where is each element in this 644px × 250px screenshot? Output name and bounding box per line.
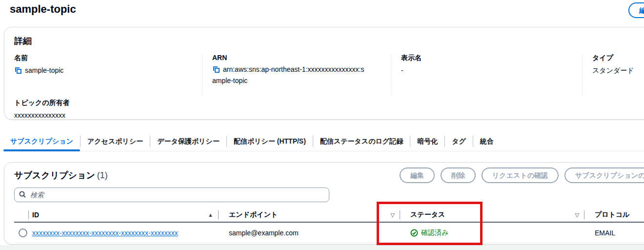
- cell-protocol: EMAIL: [584, 229, 644, 237]
- delete-subscription-button[interactable]: 削除: [441, 167, 476, 183]
- confirmed-check-icon: [410, 229, 418, 237]
- field-name: 名前 sample-topic: [14, 54, 202, 96]
- column-header-id[interactable]: ID ▲: [28, 208, 218, 222]
- tab-tags[interactable]: タグ: [445, 132, 473, 151]
- confirm-subscription-button[interactable]: サブスクリプションの確認: [564, 167, 644, 183]
- topic-tabs: サブスクリプション アクセスポリシー データ保護ポリシー 配信ポリシー (HTT…: [3, 132, 644, 151]
- column-header-status[interactable]: ステータス ▽: [400, 208, 584, 222]
- sort-ascending-icon[interactable]: ▲: [208, 212, 213, 218]
- field-display-name: 表示名 -: [391, 54, 582, 96]
- field-name-value: sample-topic: [25, 66, 63, 74]
- cell-status: 確認済み: [400, 229, 584, 237]
- details-heading: 詳細: [14, 35, 644, 47]
- column-label: ID: [32, 211, 39, 219]
- field-type-label: タイプ: [592, 54, 644, 62]
- tab-delivery-status-logging[interactable]: 配信ステータスのログ記録: [313, 132, 410, 151]
- subscription-id-link[interactable]: xxxxxxxx-xxxxxxxx-xxxxxxxx-xxxxxxxx-xxxx…: [32, 229, 178, 237]
- field-type-value: スタンダード: [592, 65, 644, 75]
- copy-icon[interactable]: [212, 65, 220, 76]
- column-label: プロトコル: [595, 210, 630, 219]
- copy-icon[interactable]: [14, 66, 22, 77]
- column-label: エンドポイント: [229, 210, 278, 219]
- tab-integrations[interactable]: 統合: [473, 132, 501, 151]
- field-name-label: 名前: [14, 54, 194, 62]
- field-arn: ARN arn:aws:sns:ap-northeast-1:xxxxxxxxx…: [202, 54, 391, 96]
- edit-topic-button[interactable]: 編集: [628, 2, 644, 18]
- tab-delivery-policy[interactable]: 配信ポリシー (HTTP/S): [227, 132, 313, 151]
- field-type: タイプ スタンダード: [582, 54, 644, 96]
- search-icon: [19, 190, 26, 200]
- subscriptions-toolbar: 編集 削除 リクエストの確認 サブスクリプションの確認: [400, 167, 644, 183]
- status-text: 確認済み: [421, 229, 448, 237]
- column-header-protocol[interactable]: プロトコル: [584, 208, 644, 222]
- details-fields: 名前 sample-topic ARN arn:aws:sns:ap-north…: [14, 54, 644, 96]
- table-row: xxxxxxxx-xxxxxxxx-xxxxxxxx-xxxxxxxx-xxxx…: [14, 223, 644, 243]
- subscription-search: [14, 188, 329, 202]
- field-topic-owner: トピックの所有者 xxxxxxxxxxxxxxx: [14, 99, 644, 120]
- column-label: ステータス: [410, 210, 445, 219]
- field-arn-value: arn:aws:sns:ap-northeast-1:xxxxxxxxxxxxx…: [212, 65, 364, 84]
- field-topic-owner-value: xxxxxxxxxxxxxxx: [14, 110, 644, 120]
- cell-endpoint: sample@example.com: [218, 229, 400, 237]
- tab-subscriptions[interactable]: サブスクリプション: [3, 132, 80, 151]
- subscriptions-table: ID ▲ エンドポイント ▽ ステータス ▽ プロトコル xxxxxxxx-xx…: [14, 208, 644, 243]
- subscriptions-card: サブスクリプション (1) 編集 削除 リクエストの確認 サブスクリプションの確…: [4, 162, 644, 245]
- page-title: sample-topic: [10, 3, 76, 16]
- tab-access-policy[interactable]: アクセスポリシー: [80, 132, 150, 151]
- page-background-strip: [0, 245, 644, 250]
- tab-data-protection-policy[interactable]: データ保護ポリシー: [150, 132, 226, 151]
- column-header-endpoint[interactable]: エンドポイント ▽: [218, 208, 400, 222]
- edit-subscription-button[interactable]: 編集: [400, 167, 435, 183]
- field-display-name-label: 表示名: [401, 54, 574, 62]
- search-input[interactable]: [29, 190, 325, 199]
- confirm-request-button[interactable]: リクエストの確認: [482, 167, 559, 183]
- details-card: 詳細 名前 sample-topic ARN arn:aws:sns:ap-no…: [4, 27, 644, 120]
- subscriptions-heading: サブスクリプション: [14, 170, 95, 180]
- row-radio-button[interactable]: [19, 229, 27, 237]
- sort-icon[interactable]: ▽: [575, 212, 579, 218]
- field-display-name-value: -: [401, 65, 574, 75]
- field-arn-label: ARN: [212, 54, 383, 62]
- table-header-row: ID ▲ エンドポイント ▽ ステータス ▽ プロトコル: [14, 208, 644, 223]
- sort-icon[interactable]: ▽: [391, 212, 395, 218]
- field-topic-owner-label: トピックの所有者: [14, 99, 644, 107]
- cell-id: xxxxxxxx-xxxxxxxx-xxxxxxxx-xxxxxxxx-xxxx…: [28, 229, 218, 237]
- subscriptions-count: (1): [97, 170, 108, 180]
- tab-encryption[interactable]: 暗号化: [410, 132, 444, 151]
